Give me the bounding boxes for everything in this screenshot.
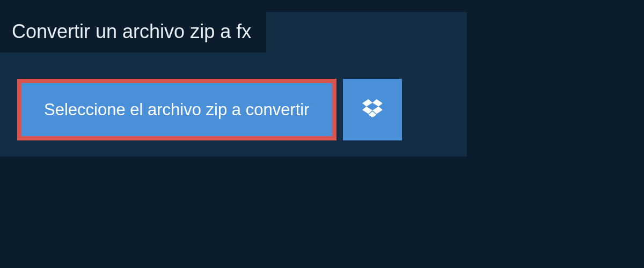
select-file-label: Seleccione el archivo zip a convertir xyxy=(44,100,310,120)
converter-panel: Convertir un archivo zip a fx Seleccione… xyxy=(0,12,467,157)
dropbox-button[interactable] xyxy=(343,79,402,140)
select-file-button[interactable]: Seleccione el archivo zip a convertir xyxy=(17,79,336,140)
dropbox-icon xyxy=(362,99,383,121)
button-row: Seleccione el archivo zip a convertir xyxy=(17,79,402,140)
page-title: Convertir un archivo zip a fx xyxy=(12,20,251,42)
title-tab: Convertir un archivo zip a fx xyxy=(0,11,266,53)
